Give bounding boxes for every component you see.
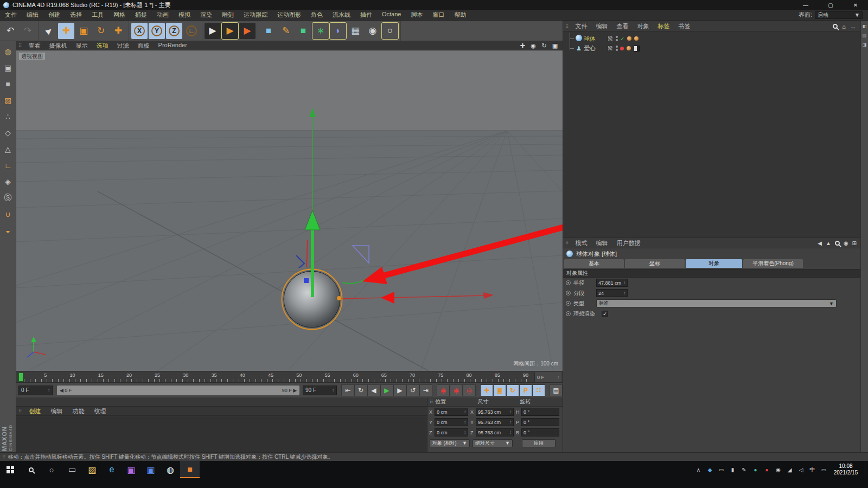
tray-touch-icon[interactable]: ▭ (819, 461, 829, 478)
tag-icon[interactable] (634, 36, 639, 41)
quantize-button[interactable]: Ⓢ (2, 191, 15, 204)
viewport-menu-item[interactable]: ProRender (154, 42, 192, 50)
viewport-maximize-icon[interactable]: ▣ (551, 42, 559, 49)
tag-icon[interactable] (627, 46, 631, 50)
visibility-dots-icon[interactable] (616, 46, 618, 51)
lock-icon[interactable]: ◉ (844, 240, 848, 246)
animation-dot-icon[interactable] (566, 291, 571, 296)
make-editable-button[interactable]: ▣ (2, 61, 15, 74)
maximize-button[interactable]: ▢ (818, 0, 843, 10)
object-manager-menu-item[interactable]: 查看 (612, 22, 633, 30)
render-settings-button[interactable]: ▶ (222, 23, 238, 39)
tray-graphics-icon[interactable]: ◉ (773, 461, 783, 478)
menu-item[interactable]: 角色 (306, 11, 328, 19)
polygon-mode-button[interactable]: △ (2, 143, 15, 156)
material-menu-item[interactable]: 纹理 (90, 407, 111, 415)
menu-item[interactable]: Octane (377, 11, 406, 19)
viewport[interactable]: 透视视图 网格间距：100 cm (16, 50, 563, 371)
deformer-button[interactable]: ◗ (330, 23, 346, 39)
menu-item[interactable]: 工具 (87, 11, 108, 19)
disabled-dot-icon[interactable] (620, 47, 624, 50)
render-view-button[interactable]: ▶ (205, 23, 221, 39)
cortana-button[interactable]: ○ (41, 461, 62, 478)
menu-item[interactable]: 捕捉 (130, 11, 152, 19)
history-icon[interactable]: ⊞ (852, 240, 857, 246)
point-mode-button[interactable]: ∴ (2, 110, 15, 123)
viewport-pan-icon[interactable]: ✚ (518, 42, 527, 49)
viewport-menu-item[interactable]: 选项 (92, 42, 113, 50)
viewport-menu-item[interactable]: 面板 (133, 42, 154, 50)
light-button[interactable]: ○ (382, 23, 398, 39)
goto-start-button[interactable]: ⇤ (341, 384, 354, 396)
animation-dot-icon[interactable] (566, 301, 571, 306)
workplane-button[interactable]: ∟ (2, 159, 15, 172)
position-field[interactable]: 0 cm↕ (435, 408, 468, 416)
close-button[interactable]: ✕ (843, 0, 868, 10)
attribute-tab[interactable]: 基本 (564, 259, 624, 268)
tray-display-icon[interactable]: ▭ (716, 461, 726, 478)
spinner-arrows-icon[interactable]: ↕ (557, 375, 559, 380)
menu-item[interactable]: 动画 (152, 11, 174, 19)
menu-item[interactable]: 网格 (108, 11, 130, 19)
menu-item[interactable]: 模拟 (174, 11, 195, 19)
material-menu-item[interactable]: 编辑 (46, 407, 68, 415)
snap-button[interactable]: ∪ (2, 208, 15, 221)
object-name[interactable]: 球体 (584, 35, 604, 43)
viewport-rotate-icon[interactable]: ↻ (540, 42, 548, 49)
record-pla-toggle[interactable]: ∷ (532, 384, 545, 396)
tray-shield-icon[interactable]: ◆ (705, 461, 715, 478)
tray-ime-icon[interactable]: 中 (807, 461, 818, 478)
size-field[interactable]: 95.763 cm↕ (476, 428, 514, 436)
menu-item[interactable]: 流水线 (328, 11, 355, 19)
edit-menu[interactable]: 编辑 (592, 239, 612, 247)
lock-button[interactable]: ◒ (2, 224, 15, 237)
camera-button[interactable]: ◉ (365, 23, 381, 39)
minimize-button[interactable]: — (793, 0, 818, 10)
frame-range-slider[interactable]: ◀ 0 F90 F ▶ (57, 386, 299, 395)
rotation-field[interactable]: 0 ° (521, 408, 559, 416)
layer-icon[interactable] (608, 46, 613, 51)
viewport-menu-item[interactable]: 摄像机 (45, 42, 72, 50)
taskbar-search-button[interactable] (21, 461, 41, 478)
attribute-tab[interactable]: 坐标 (625, 259, 685, 268)
viewport-solo-button[interactable]: ◈ (2, 175, 15, 188)
radius-input[interactable]: 47.881 cm↕ (596, 279, 628, 287)
object-manager-menu-item[interactable]: 编辑 (592, 22, 612, 30)
taskbar-browser-button[interactable]: ◍ (161, 461, 180, 478)
menu-item[interactable]: 文件 (0, 11, 22, 19)
object-name[interactable]: 爱心 (584, 44, 604, 53)
model-mode-button[interactable]: ■ (2, 78, 15, 91)
taskbar-c4d-button[interactable]: ■ (180, 461, 200, 478)
attribute-tab[interactable]: 平滑着色(Phong) (743, 259, 803, 268)
spline-pen-button[interactable]: ✎ (278, 23, 294, 39)
animation-dot-icon[interactable] (566, 311, 571, 316)
apply-button[interactable]: 应用 (522, 439, 556, 447)
goto-end-button[interactable]: ⇥ (419, 384, 432, 396)
userdata-menu[interactable]: 用户数据 (612, 239, 645, 247)
ideal-render-checkbox[interactable]: ✓ (602, 311, 608, 317)
record-rotation-toggle[interactable]: ↻ (506, 384, 519, 396)
menu-item[interactable]: 选择 (65, 11, 87, 19)
play-button[interactable]: ▶ (380, 384, 393, 396)
autokey-button[interactable]: ◉ (450, 384, 463, 396)
render-mode-icon[interactable]: ◍ (2, 45, 15, 58)
panel-icon[interactable]: ▤ (863, 33, 867, 38)
tag-icon[interactable] (627, 36, 631, 41)
end-frame-spinner[interactable]: 90 F↕ (303, 386, 337, 395)
rotation-field[interactable]: 0 ° (521, 418, 559, 426)
taskbar-explorer-button[interactable]: ▨ (82, 461, 102, 478)
menu-item[interactable]: 编辑 (22, 11, 43, 19)
primitive-cube-button[interactable]: ■ (260, 23, 277, 39)
keyframe-selection-button[interactable]: ▤ (550, 384, 563, 396)
menu-item[interactable]: 渲染 (195, 11, 217, 19)
interface-dropdown[interactable]: 启动▼ (815, 11, 863, 19)
tray-pen-icon[interactable]: ✎ (739, 461, 749, 478)
viewport-zoom-icon[interactable]: ◉ (529, 42, 538, 49)
back-icon[interactable]: ◀ (818, 240, 822, 246)
tray-mic-icon[interactable]: ▮ (727, 461, 738, 478)
timeline-ruler[interactable]: 051015202530354045505560657075808590 0 F… (16, 371, 563, 382)
render-queue-button[interactable]: ▶ (239, 23, 256, 39)
next-frame-button[interactable]: ▶ (393, 384, 406, 396)
home-icon[interactable]: ⌂ (842, 23, 846, 30)
rotation-field[interactable]: 0 ° (521, 428, 559, 436)
